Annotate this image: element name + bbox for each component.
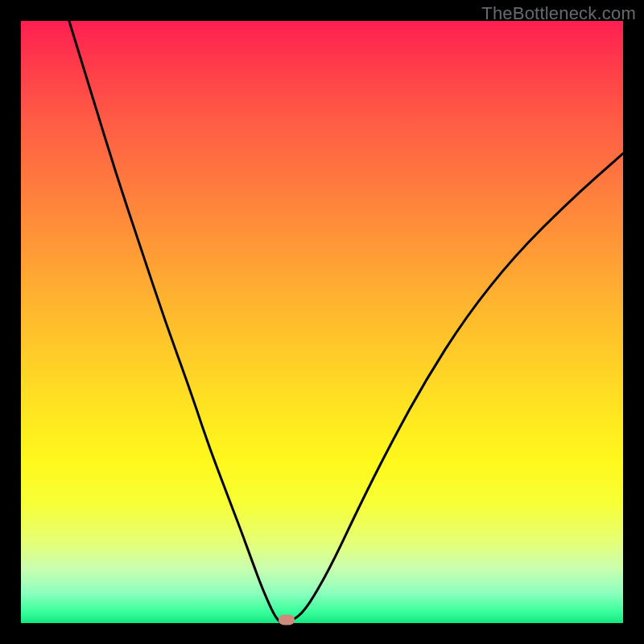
bottleneck-curve [69, 21, 623, 622]
curve-svg [21, 21, 623, 623]
watermark-label: TheBottleneck.com [481, 3, 636, 24]
plot-area [21, 21, 623, 623]
optimum-marker [279, 614, 295, 625]
chart-frame: TheBottleneck.com [0, 0, 644, 644]
